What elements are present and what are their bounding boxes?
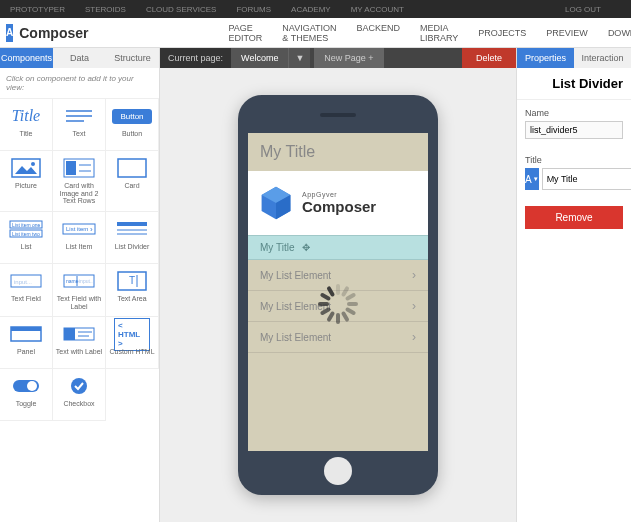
component-label: Checkbox [63, 400, 94, 408]
component-textfield[interactable]: input...Text Field [0, 264, 53, 317]
button-icon: Button [114, 105, 150, 127]
tab-backend[interactable]: BACKEND [346, 15, 410, 51]
textfield-label-icon: nameinput... [61, 270, 97, 292]
component-text-label[interactable]: Text with Label [53, 317, 106, 369]
component-list[interactable]: List item oneList item twoList [0, 212, 53, 264]
svg-rect-7 [66, 161, 76, 175]
component-label: List Item [66, 243, 92, 251]
nav-account[interactable]: MY ACCOUNT [351, 5, 404, 14]
component-label: Card [124, 182, 139, 190]
app-logo-icon: A [6, 24, 13, 42]
tab-interaction[interactable]: Interaction [574, 48, 631, 68]
nav-cloud[interactable]: CLOUD SERVICES [146, 5, 217, 14]
tab-components[interactable]: Components [0, 48, 53, 68]
component-textfield-label[interactable]: nameinput...Text Field with Label [53, 264, 106, 317]
component-label: Card with Image and 2 Text Rows [55, 182, 103, 205]
component-label: Custom HTML [109, 348, 154, 356]
nav-prototyper[interactable]: PROTOTYPER [10, 5, 65, 14]
font-style-button[interactable]: A▼ [525, 168, 539, 190]
name-field[interactable] [525, 121, 623, 139]
component-panel[interactable]: Panel [0, 317, 53, 369]
loading-spinner-icon [316, 282, 360, 326]
title-label: Title [525, 155, 623, 165]
properties-panel: Properties Interaction List Divider Name… [516, 48, 631, 522]
toggle-icon [8, 375, 44, 397]
card-img-icon [61, 157, 97, 179]
svg-point-38 [71, 378, 87, 394]
component-list-divider[interactable]: List Divider [106, 212, 159, 264]
phone-speaker-icon [320, 113, 356, 117]
svg-marker-4 [15, 166, 37, 174]
name-label: Name [525, 108, 623, 118]
app-title: Composer [19, 25, 88, 41]
list-item-label: My List Element [260, 270, 331, 281]
logo-product: Composer [302, 198, 376, 215]
component-toggle[interactable]: Toggle [0, 369, 53, 421]
list-divider-element[interactable]: My Title ✥ [248, 235, 428, 260]
component-card[interactable]: Card [106, 151, 159, 212]
component-title[interactable]: TitleTitle [0, 99, 53, 151]
component-html[interactable]: < HTML >Custom HTML [106, 317, 159, 369]
svg-rect-33 [64, 328, 75, 340]
nav-forums[interactable]: FORUMS [236, 5, 271, 14]
chevron-right-icon: › [412, 299, 416, 313]
component-list-item[interactable]: List item›List Item [53, 212, 106, 264]
list-item[interactable]: My List Element› [248, 322, 428, 353]
component-label: Picture [15, 182, 37, 190]
new-page-button[interactable]: New Page + [314, 48, 383, 68]
logo-brand: AppGyver [302, 191, 376, 198]
svg-rect-10 [118, 159, 146, 177]
canvas-area: Current page: Welcome ▼ New Page + Delet… [160, 48, 516, 522]
page-dropdown-icon[interactable]: ▼ [288, 48, 310, 68]
text-label-icon [61, 323, 97, 345]
html-icon: < HTML > [114, 323, 150, 345]
list-item-label: My List Element [260, 332, 331, 343]
link-projects[interactable]: PROJECTS [468, 20, 536, 46]
component-text[interactable]: Text [53, 99, 106, 151]
tab-structure[interactable]: Structure [106, 48, 159, 68]
list-icon: List item oneList item two [8, 218, 44, 240]
title-bar: A Composer PAGE EDITOR NAVIGATION & THEM… [0, 18, 631, 48]
delete-page-button[interactable]: Delete [462, 48, 516, 68]
component-textarea[interactable]: TText Area [106, 264, 159, 317]
link-download[interactable]: DOWNLOAD [598, 20, 631, 46]
component-label: Text with Label [56, 348, 102, 356]
tab-media[interactable]: MEDIA LIBRARY [410, 15, 468, 51]
nav-logout[interactable]: LOG OUT [565, 5, 601, 14]
component-card-img[interactable]: Card with Image and 2 Text Rows [53, 151, 106, 212]
svg-rect-18 [117, 222, 147, 226]
component-label: List [21, 243, 32, 251]
nav-steroids[interactable]: STEROIDS [85, 5, 126, 14]
current-page[interactable]: Welcome [231, 48, 288, 68]
component-picture[interactable]: Picture [0, 151, 53, 212]
left-panel: Components Data Structure Click on compo… [0, 48, 160, 522]
tab-navigation[interactable]: NAVIGATION & THEMES [272, 15, 346, 51]
title-field[interactable] [542, 168, 631, 190]
tab-data[interactable]: Data [53, 48, 106, 68]
nav-academy[interactable]: ACADEMY [291, 5, 331, 14]
tab-page-editor[interactable]: PAGE EDITOR [218, 15, 272, 51]
component-label: List Divider [115, 243, 150, 251]
page-bar-label: Current page: [160, 48, 231, 68]
title-icon: Title [8, 105, 44, 127]
svg-text:List item two: List item two [12, 231, 40, 237]
svg-point-37 [27, 381, 37, 391]
textfield-icon: input... [8, 270, 44, 292]
svg-text:›: › [90, 225, 93, 234]
tab-properties[interactable]: Properties [517, 48, 574, 68]
svg-text:input...: input... [79, 278, 94, 284]
component-label: Text Field with Label [55, 295, 103, 310]
component-button[interactable]: ButtonButton [106, 99, 159, 151]
link-preview[interactable]: PREVIEW [536, 20, 598, 46]
home-button[interactable] [324, 457, 352, 485]
svg-text:T: T [129, 275, 135, 286]
panel-icon [8, 323, 44, 345]
picture-icon [8, 157, 44, 179]
remove-button[interactable]: Remove [525, 206, 623, 229]
component-checkbox[interactable]: Checkbox [53, 369, 106, 421]
screen-title[interactable]: My Title [248, 133, 428, 171]
card-icon [114, 157, 150, 179]
screen-logo-card[interactable]: AppGyver Composer [248, 171, 428, 235]
component-label: Text [73, 130, 86, 138]
svg-rect-31 [11, 327, 41, 331]
